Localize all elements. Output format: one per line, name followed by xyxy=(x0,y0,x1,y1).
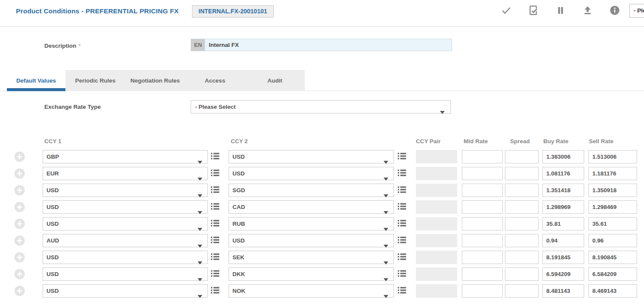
mid-rate-input[interactable] xyxy=(462,267,503,281)
ccy2-select[interactable]: CAD xyxy=(229,200,394,214)
buy-rate-input[interactable]: 8.191845 xyxy=(542,251,584,264)
add-row-button[interactable] xyxy=(14,218,25,229)
mid-rate-input[interactable] xyxy=(462,217,503,230)
required-asterisk: * xyxy=(78,43,80,49)
col-header-sell-rate: Sell Rate xyxy=(589,138,613,144)
buy-rate-input[interactable]: 1.298969 xyxy=(542,200,584,214)
add-row-button[interactable] xyxy=(14,168,25,179)
mid-rate-input[interactable] xyxy=(462,184,503,197)
sell-rate-input[interactable]: 6.584209 xyxy=(588,267,637,281)
buy-rate-input[interactable]: 8.481143 xyxy=(542,284,584,298)
sell-rate-input[interactable]: 0.96 xyxy=(588,234,637,247)
buy-rate-input[interactable]: 1.081176 xyxy=(542,167,584,180)
actions-dropdown[interactable]: - Please Select xyxy=(629,4,644,18)
ccy1-select[interactable]: USD xyxy=(43,251,208,264)
ccy2-value: SEK xyxy=(232,254,245,261)
ccy2-select[interactable]: SEK xyxy=(229,251,394,264)
sell-rate-input[interactable]: 1.298469 xyxy=(588,200,637,214)
ccy2-select[interactable]: NOK xyxy=(229,284,394,298)
buy-rate-input[interactable]: 35.81 xyxy=(542,217,584,230)
ccy1-select[interactable]: USD xyxy=(43,284,208,298)
ccy2-lookup-button[interactable] xyxy=(397,236,407,246)
add-row-button[interactable] xyxy=(14,252,25,263)
ccy2-select[interactable]: DKK xyxy=(229,267,394,281)
ccy2-lookup-button[interactable] xyxy=(397,219,407,229)
buy-rate-input[interactable]: 1.351418 xyxy=(542,184,584,197)
spread-input[interactable] xyxy=(505,234,539,247)
spread-input[interactable] xyxy=(505,267,539,281)
sell-rate-input[interactable]: 8.469143 xyxy=(588,284,637,298)
description-input[interactable]: Internal FX xyxy=(205,39,239,51)
sell-rate-input[interactable]: 35.61 xyxy=(588,217,637,230)
ccy2-lookup-button[interactable] xyxy=(397,269,407,279)
ccy1-lookup-button[interactable] xyxy=(210,185,220,196)
tab-periodic-rules[interactable]: Periodic Rules xyxy=(65,70,125,91)
add-row-button[interactable] xyxy=(14,286,25,296)
hold-button[interactable] xyxy=(555,5,566,17)
ccy1-select[interactable]: EUR xyxy=(43,167,208,180)
ccy2-select[interactable]: USD xyxy=(229,234,394,247)
ccy1-select[interactable]: USD xyxy=(43,184,208,197)
ccy2-select[interactable]: SGD xyxy=(229,184,394,197)
ccy1-select[interactable]: AUD xyxy=(43,234,208,247)
mid-rate-input[interactable] xyxy=(462,234,503,247)
spread-input[interactable] xyxy=(505,184,539,197)
ccy2-select[interactable]: USD xyxy=(229,167,394,180)
ccy1-lookup-button[interactable] xyxy=(210,169,220,179)
ccy2-value: NOK xyxy=(232,288,245,294)
ccy1-lookup-button[interactable] xyxy=(210,286,220,296)
info-button[interactable] xyxy=(609,5,620,17)
validate-button[interactable] xyxy=(528,5,539,17)
spread-input[interactable] xyxy=(505,200,539,214)
spread-input[interactable] xyxy=(505,150,539,163)
tab-default-values[interactable]: Default Values xyxy=(7,70,65,91)
sell-rate-input[interactable]: 8.190845 xyxy=(588,251,637,264)
ccy1-lookup-button[interactable] xyxy=(210,202,220,212)
ccy2-lookup-button[interactable] xyxy=(397,202,407,212)
ccy1-select[interactable]: GBP xyxy=(43,150,208,163)
spread-input[interactable] xyxy=(505,251,539,264)
tab-negotiation-rules[interactable]: Negotiation Rules xyxy=(125,70,185,91)
buy-rate-input[interactable]: 6.594209 xyxy=(542,267,584,281)
add-row-button[interactable] xyxy=(14,151,25,162)
ccy2-lookup-button[interactable] xyxy=(397,252,407,263)
add-row-button[interactable] xyxy=(14,185,25,196)
mid-rate-input[interactable] xyxy=(462,167,503,180)
add-row-button[interactable] xyxy=(14,202,25,212)
ccy1-lookup-button[interactable] xyxy=(210,236,220,246)
tab-access[interactable]: Access xyxy=(185,70,245,91)
mid-rate-input[interactable] xyxy=(462,200,503,214)
upload-button[interactable] xyxy=(582,5,593,17)
mid-rate-input[interactable] xyxy=(462,284,503,298)
ccy2-lookup-button[interactable] xyxy=(397,169,407,179)
plus-icon xyxy=(14,273,25,281)
spread-input[interactable] xyxy=(505,167,539,180)
mid-rate-input[interactable] xyxy=(462,150,503,163)
spread-input[interactable] xyxy=(505,217,539,230)
add-row-button[interactable] xyxy=(14,269,25,279)
ccy2-select[interactable]: USD xyxy=(229,150,394,163)
ccy1-lookup-button[interactable] xyxy=(210,252,220,263)
mid-rate-input[interactable] xyxy=(462,251,503,264)
ccy1-select[interactable]: USD xyxy=(43,267,208,281)
ccy1-select[interactable]: USD xyxy=(43,200,208,214)
ccy2-lookup-button[interactable] xyxy=(397,152,407,162)
sell-rate-input[interactable]: 1.350918 xyxy=(588,184,637,197)
spread-input[interactable] xyxy=(505,284,539,298)
ccy1-lookup-button[interactable] xyxy=(210,269,220,279)
sell-rate-input[interactable]: 1.513006 xyxy=(588,150,637,163)
ccy1-select[interactable]: USD xyxy=(43,217,208,230)
buy-rate-input[interactable]: 0.94 xyxy=(542,234,584,247)
ccy1-lookup-button[interactable] xyxy=(210,219,220,229)
buy-rate-input[interactable]: 1.383006 xyxy=(542,150,584,163)
ccy2-lookup-button[interactable] xyxy=(397,286,407,296)
sell-rate-input[interactable]: 1.181176 xyxy=(588,167,637,180)
ccy1-lookup-button[interactable] xyxy=(210,152,220,162)
approve-button[interactable] xyxy=(501,5,512,17)
description-field[interactable]: EN Internal FX xyxy=(191,39,452,51)
tab-audit[interactable]: Audit xyxy=(245,70,305,91)
ccy2-select[interactable]: RUB xyxy=(229,217,394,230)
ccy2-lookup-button[interactable] xyxy=(397,185,407,196)
add-row-button[interactable] xyxy=(14,235,25,246)
exchange-rate-type-select[interactable]: - Please Select xyxy=(191,100,451,114)
